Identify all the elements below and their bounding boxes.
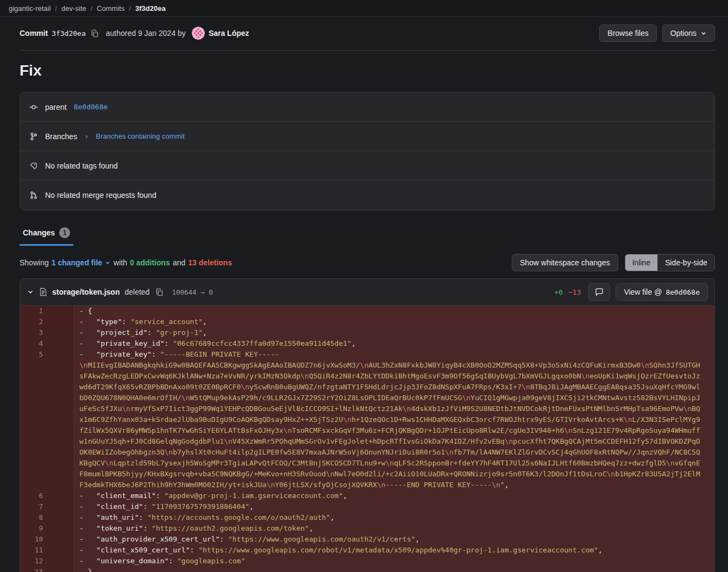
- options-label: Options: [670, 29, 696, 38]
- diff-old-line-number[interactable]: 10: [20, 534, 48, 545]
- diff-old-line-number[interactable]: 6: [20, 490, 48, 501]
- avatar[interactable]: [192, 27, 205, 40]
- diff-line: 5- "private_key": "-----BEGIN PRIVATE KE…: [20, 349, 714, 490]
- breadcrumb-commits[interactable]: Commits: [97, 4, 124, 13]
- diff-old-line-number[interactable]: 5: [20, 349, 48, 490]
- breadcrumb-project-group[interactable]: gigantic-retail: [9, 4, 51, 13]
- with-text: with: [114, 258, 127, 267]
- side-by-side-view-button[interactable]: Side-by-side: [657, 254, 714, 271]
- diff-view-toggle: Inline Side-by-side: [625, 254, 715, 271]
- file-path[interactable]: storage/token.json: [52, 288, 120, 296]
- diff-new-line-number: [48, 545, 74, 556]
- diff-new-line-number: [48, 534, 74, 545]
- diff-line: 7- "client_id": "117093767579391886404",: [20, 501, 714, 512]
- diff-old-line-number[interactable]: 13: [20, 567, 48, 572]
- no-tags-text: No related tags found: [45, 161, 118, 170]
- diff-old-line-number[interactable]: 9: [20, 523, 48, 534]
- file-mode-change: 100644 → 0: [172, 288, 212, 296]
- no-merge-requests-text: No related merge requests found: [45, 191, 156, 200]
- diff-new-line-number: [48, 567, 74, 572]
- diff-line-content: - {: [74, 306, 714, 316]
- diff-line-content: - "universe_domain": "googleapis.com": [74, 556, 714, 567]
- tab-changes[interactable]: Changes 1: [20, 223, 73, 246]
- diff-old-line-number[interactable]: 1: [20, 306, 48, 316]
- copy-file-path-button[interactable]: [154, 287, 165, 297]
- merge-request-icon: [29, 191, 38, 200]
- tabs-bar: Changes 1: [20, 223, 715, 246]
- comment-icon: [595, 288, 604, 296]
- diff-old-line-number[interactable]: 2: [20, 316, 48, 327]
- parent-sha-link[interactable]: 8e0d068e: [74, 103, 108, 111]
- diff-line-content: - "type": "service_account",: [74, 316, 714, 327]
- commit-header: Commit 3f3d20ea authored 9 Jan 2024 by: [20, 17, 715, 51]
- changes-count-badge: 1: [59, 227, 70, 238]
- options-button[interactable]: Options: [662, 24, 715, 42]
- show-whitespace-button[interactable]: Show whitespace changes: [512, 254, 618, 271]
- diff-line: 12- "universe_domain": "googleapis.com": [20, 556, 714, 567]
- diff-line-content: - "client_x509_cert_url": "https://www.g…: [74, 545, 714, 556]
- file-comment-button[interactable]: [588, 283, 610, 301]
- tag-icon: [29, 161, 38, 170]
- tags-row: No related tags found: [20, 151, 714, 181]
- copy-icon: [91, 29, 99, 38]
- diff-body: 1- {2- "type": "service_account",3- "pro…: [20, 306, 714, 572]
- diff-new-line-number: [48, 349, 74, 490]
- breadcrumb-project[interactable]: dev-site: [61, 4, 86, 13]
- collapse-file-chevron-icon[interactable]: [27, 288, 34, 296]
- view-file-label: View file @: [624, 288, 662, 296]
- file-status: deleted: [124, 288, 149, 296]
- commit-icon: [29, 103, 38, 111]
- diff-line-content: - }: [74, 567, 714, 572]
- browse-files-button[interactable]: Browse files: [599, 24, 656, 42]
- commit-title: Fix: [20, 62, 715, 79]
- chevron-down-icon: [104, 259, 111, 266]
- chevron-down-icon: [700, 30, 707, 36]
- and-text: and: [173, 258, 185, 267]
- tab-changes-label: Changes: [23, 228, 55, 237]
- diff-line-content: - "client_id": "117093767579391886404",: [74, 501, 714, 512]
- inline-view-button[interactable]: Inline: [625, 254, 657, 271]
- diff-new-line-number: [48, 556, 74, 567]
- diff-line-content: - "project_id": "gr-proj-1",: [74, 327, 714, 338]
- diff-old-line-number[interactable]: 4: [20, 338, 48, 349]
- diff-file-header: storage/token.json deleted 100644 → 0 +0…: [20, 279, 714, 306]
- diff-summary-row: Showing 1 changed file with 0 additions …: [20, 254, 715, 271]
- changed-file-dropdown[interactable]: 1 changed file: [52, 258, 111, 267]
- file-additions: +0: [554, 288, 563, 296]
- deletions-count: 13 deletions: [188, 258, 232, 267]
- diff-new-line-number: [48, 523, 74, 534]
- copy-sha-button[interactable]: [90, 28, 100, 39]
- diff-new-line-number: [48, 501, 74, 512]
- breadcrumb-separator: /: [129, 4, 131, 13]
- diff-line: 4- "private_key_id": "06c67689ccfcc4337f…: [20, 338, 714, 349]
- diff-new-line-number: [48, 338, 74, 349]
- diff-new-line-number: [48, 327, 74, 338]
- diff-old-line-number[interactable]: 12: [20, 556, 48, 567]
- branch-icon: [29, 132, 38, 141]
- diff-line: 9- "token_uri": "https://oauth2.googleap…: [20, 523, 714, 534]
- merge-requests-row: No related merge requests found: [20, 181, 714, 210]
- diff-line-content: - "private_key": "-----BEGIN PRIVATE KEY…: [74, 349, 714, 490]
- diff-line: 3- "project_id": "gr-proj-1",: [20, 327, 714, 338]
- diff-line-content: - "client_email": "appdev@gr-proj-1.iam.…: [74, 490, 714, 501]
- commit-info-card: parent 8e0d068e Branches › Branches cont…: [20, 92, 715, 210]
- diff-old-line-number[interactable]: 3: [20, 327, 48, 338]
- diff-new-line-number: [48, 306, 74, 316]
- parent-label: parent: [45, 103, 67, 111]
- diff-line: 11- "client_x509_cert_url": "https://www…: [20, 545, 714, 556]
- branches-row: Branches › Branches containing commit: [20, 122, 714, 151]
- view-file-button[interactable]: View file @ 8e0d068e: [616, 283, 708, 301]
- commit-label: Commit: [20, 29, 48, 38]
- file-icon: [39, 288, 47, 296]
- breadcrumb-current-sha: 3f3d20ea: [135, 4, 166, 13]
- breadcrumb-separator: /: [55, 4, 57, 13]
- diff-new-line-number: [48, 316, 74, 327]
- parent-row: parent 8e0d068e: [20, 92, 714, 122]
- diff-new-line-number: [48, 512, 74, 523]
- diff-old-line-number[interactable]: 7: [20, 501, 48, 512]
- diff-old-line-number[interactable]: 8: [20, 512, 48, 523]
- branches-containing-commit-link[interactable]: Branches containing commit: [96, 132, 185, 140]
- diff-old-line-number[interactable]: 11: [20, 545, 48, 556]
- author-name[interactable]: Sara López: [209, 29, 249, 38]
- diff-file-card: storage/token.json deleted 100644 → 0 +0…: [20, 278, 715, 572]
